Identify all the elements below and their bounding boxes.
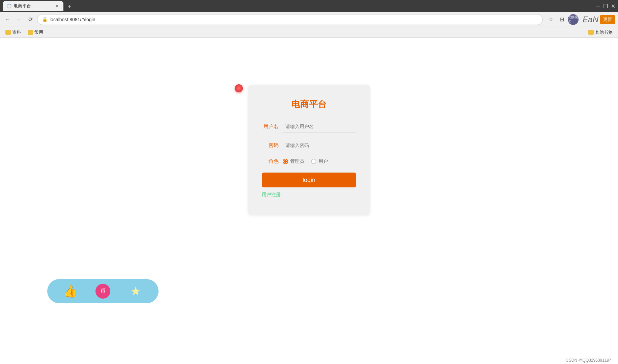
radio-user-button[interactable] [311,159,316,164]
interaction-widget: 👍 币 ★ [47,279,159,303]
loading-spinner [7,4,11,8]
browser-chrome: 电商平台 ✕ + ─ ❐ ✕ ← → ⟳ 🔒 localhost:8081/#/… [0,0,618,38]
window-controls: ─ ❐ ✕ [596,4,615,8]
tab-close-button[interactable]: ✕ [54,3,59,9]
close-button[interactable]: ✕ [611,4,615,8]
other-bookmarks-label: 其他书签 [595,29,613,35]
coin-text: 币 [101,288,105,294]
forward-button[interactable]: → [14,15,24,24]
ean-label: EaN [583,15,598,24]
profile-icon[interactable]: 无痕模式 [568,14,579,25]
star-widget[interactable]: ★ [128,283,144,299]
login-button[interactable]: login [262,173,356,187]
username-input[interactable] [283,120,356,132]
restore-button[interactable]: ❐ [603,4,608,8]
url-text: localhost:8081/#/login [50,17,95,22]
login-title: 电商平台 [262,98,356,110]
back-button[interactable]: ← [3,15,12,24]
coin-icon: 币 [95,284,110,299]
username-label: 用户名 [262,123,279,130]
update-button[interactable]: 更新 [600,15,615,24]
url-bar[interactable]: 🔒 localhost:8081/#/login [37,14,543,25]
password-label: 密码 [262,142,279,149]
tab-title: 电商平台 [13,3,31,9]
new-tab-button[interactable]: + [65,2,74,11]
coin-widget[interactable]: 币 [95,283,111,299]
radio-admin-button[interactable] [283,159,288,164]
role-admin-option[interactable]: 管理员 [283,158,304,164]
bookmark-label-resources: 资料 [12,29,21,35]
other-bookmarks[interactable]: 其他书签 [586,29,615,36]
thumbs-up-icon: 👍 [63,284,78,298]
bookmark-item-resources[interactable]: 资料 [3,29,24,36]
role-admin-label: 管理员 [290,158,304,164]
role-user-label: 用户 [318,158,328,164]
thumbs-up-widget[interactable]: 👍 [62,283,78,299]
reload-button[interactable]: ⟳ [26,15,35,24]
password-row: 密码 [262,139,356,151]
address-bar: ← → ⟳ 🔒 localhost:8081/#/login ☆ ⊞ 无痕模式 … [0,12,618,27]
toolbar-icons: ☆ ⊞ 无痕模式 EaN 更新 [546,14,615,25]
folder-icon-2 [28,30,33,35]
bookmark-star-icon[interactable]: ☆ [546,15,556,24]
profile-label: 无痕模式 [568,15,579,24]
lock-icon: 🔒 [42,17,48,22]
bookmark-label-common: 常用 [34,29,43,35]
folder-icon [5,30,11,35]
other-folder-icon [588,30,594,35]
bookmarks-bar: 资料 常用 其他书签 [0,27,618,38]
username-row: 用户名 [262,120,356,132]
title-bar: 电商平台 ✕ + ─ ❐ ✕ [0,0,618,12]
register-link[interactable]: 用户注册 [262,192,281,197]
cursor-indicator [235,84,243,92]
bookmark-item-common[interactable]: 常用 [25,29,46,36]
role-label: 角色 [262,158,279,164]
login-card: 电商平台 用户名 密码 角色 管理员 用户 [248,85,370,215]
page-content: 电商平台 用户名 密码 角色 管理员 用户 [0,38,618,364]
minimize-button[interactable]: ─ [596,4,600,8]
split-view-icon[interactable]: ⊞ [557,15,566,24]
active-tab[interactable]: 电商平台 ✕ [3,1,63,11]
bookmarks-right: 其他书签 [586,29,615,36]
role-radio-group: 管理员 用户 [283,158,328,164]
role-row: 角色 管理员 用户 [262,158,356,164]
footer-text: CSDN @QQ3295391197 [566,358,611,363]
password-input[interactable] [283,139,356,151]
role-user-option[interactable]: 用户 [311,158,328,164]
star-icon: ★ [130,284,141,298]
